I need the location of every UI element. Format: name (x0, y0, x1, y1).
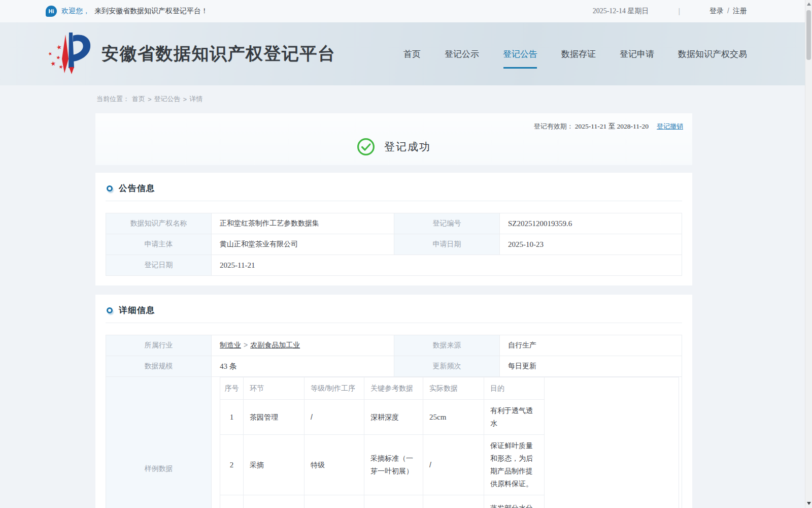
main-nav: 首页 登记公示 登记公告 数据存证 登记申请 数据知识产权交易 (403, 48, 747, 60)
scale-value: 43 条 (212, 356, 394, 377)
reg-date-value: 2025-11-21 (212, 255, 682, 276)
welcome-text: 来到安徽省数据知识产权登记平台！ (94, 7, 208, 16)
section-circle-icon (107, 307, 113, 313)
announcement-table: 数据知识产权名称 正和堂红茶制作工艺参数数据集 登记编号 SZ202512001… (106, 213, 682, 276)
section-circle-icon (107, 185, 113, 192)
source-label: 数据来源 (394, 335, 500, 356)
svg-text:★: ★ (56, 43, 62, 51)
success-status-text: 登记成功 (384, 140, 431, 154)
nav-data-certification[interactable]: 数据存证 (561, 48, 596, 60)
scrollbar-thumb[interactable] (806, 10, 811, 60)
svg-text:★: ★ (58, 64, 64, 70)
sample-data-cell: 序号 环节 等级/制作工序 关键参考数据 实际数据 目的 1 茶园管理 / 深耕… (212, 377, 682, 508)
vertical-scrollbar[interactable] (805, 0, 812, 508)
breadcrumb-sep: > (148, 96, 152, 103)
site-header: ★ ★ ★ ★ ★ 安徽省数据知识产权登记平台 首页 登记公示 登记公告 数据存… (0, 22, 812, 85)
table-row: 数据知识产权名称 正和堂红茶制作工艺参数数据集 登记编号 SZ202512001… (106, 213, 682, 234)
detail-card: 详细信息 所属行业 制造业>农副食品加工业 数据来源 自行生产 数据规模 43 … (95, 295, 692, 508)
reg-no-value: SZ2025120019359.6 (500, 213, 682, 234)
reg-no-label: 登记编号 (394, 213, 500, 234)
breadcrumb-home[interactable]: 首页 (132, 94, 145, 104)
source-value: 自行生产 (500, 335, 682, 356)
table-row: 登记日期 2025-11-21 (106, 255, 682, 276)
breadcrumb-current: 详情 (189, 94, 202, 104)
nav-registration-apply[interactable]: 登记申请 (620, 48, 654, 60)
industry-value: 制造业>农副食品加工业 (212, 335, 394, 356)
col-empty (545, 377, 679, 508)
validity-value: 2025-11-21 至 2028-11-20 (575, 122, 649, 131)
login-link[interactable]: 登录 (709, 7, 724, 16)
apply-date-label: 申请日期 (394, 234, 500, 255)
table-row: 数据规模 43 条 更新频次 每日更新 (106, 356, 682, 377)
announcement-card: 公告信息 数据知识产权名称 正和堂红茶制作工艺参数数据集 登记编号 SZ2025… (95, 173, 692, 285)
frequency-value: 每日更新 (500, 356, 682, 377)
breadcrumb-sep2: > (183, 96, 187, 103)
detail-table: 所属行业 制造业>农副食品加工业 数据来源 自行生产 数据规模 43 条 更新频… (106, 335, 682, 508)
validity-label: 登记有效期： (534, 122, 573, 131)
col-seq: 序号 (220, 377, 244, 400)
table-row: 样例数据 序号 环节 等级/制作工序 关键参考数据 实际数据 目的 (106, 377, 682, 508)
topbar-divider: | (678, 7, 680, 15)
breadcrumb: 当前位置： 首页 > 登记公告 > 详情 (96, 94, 812, 104)
platform-logo-icon: ★ ★ ★ ★ ★ (45, 30, 93, 77)
sample-data-table: 序号 环节 等级/制作工序 关键参考数据 实际数据 目的 1 茶园管理 / 深耕… (220, 377, 679, 508)
svg-text:★: ★ (56, 54, 61, 60)
applicant-value: 黄山正和堂茶业有限公司 (212, 234, 394, 255)
apply-date-value: 2025-10-23 (500, 234, 682, 255)
industry-level1-link[interactable]: 制造业 (220, 341, 241, 349)
auth-separator: / (727, 7, 729, 16)
col-grade: 等级/制作工序 (304, 377, 364, 400)
svg-text:★: ★ (50, 60, 56, 68)
nav-registration-publicity[interactable]: 登记公示 (445, 48, 479, 60)
industry-separator: > (244, 341, 248, 349)
nav-home[interactable]: 首页 (403, 48, 421, 60)
sample-header-row: 序号 环节 等级/制作工序 关键参考数据 实际数据 目的 (220, 377, 679, 400)
announcement-section-title: 公告信息 (119, 183, 155, 194)
table-row: 申请主体 黄山正和堂茶业有限公司 申请日期 2025-10-23 (106, 234, 682, 255)
frequency-label: 更新频次 (394, 356, 500, 377)
revoke-registration-link[interactable]: 登记撤销 (657, 122, 683, 131)
scroll-up-arrow-icon[interactable] (807, 3, 811, 6)
applicant-label: 申请主体 (106, 234, 212, 255)
col-key-ref: 关键参考数据 (364, 377, 423, 400)
breadcrumb-section[interactable]: 登记公告 (154, 94, 181, 104)
name-label: 数据知识产权名称 (106, 213, 212, 234)
col-stage: 环节 (244, 377, 304, 400)
success-check-icon (357, 138, 375, 156)
industry-level2-link[interactable]: 农副食品加工业 (250, 341, 300, 349)
welcome-highlight: 欢迎您， (61, 7, 90, 16)
scroll-down-arrow-icon[interactable] (807, 502, 811, 505)
col-actual: 实际数据 (423, 377, 484, 400)
reg-date-label: 登记日期 (106, 255, 212, 276)
breadcrumb-label: 当前位置： (96, 94, 129, 104)
register-link[interactable]: 注册 (733, 7, 747, 16)
nav-registration-announcement[interactable]: 登记公告 (503, 48, 537, 60)
site-title: 安徽省数据知识产权登记平台 (101, 42, 336, 66)
hi-badge-icon: Hi (46, 6, 57, 17)
topbar: Hi 欢迎您， 来到安徽省数据知识产权登记平台！ 2025-12-14 星期日 … (0, 0, 812, 22)
success-card: 登记有效期： 2025-11-21 至 2028-11-20 登记撤销 登记成功 (95, 113, 692, 165)
nav-data-ip-trade[interactable]: 数据知识产权交易 (678, 48, 747, 60)
sample-data-label: 样例数据 (106, 377, 212, 508)
name-value: 正和堂红茶制作工艺参数数据集 (212, 213, 394, 234)
col-purpose: 目的 (484, 377, 545, 400)
table-row: 所属行业 制造业>农副食品加工业 数据来源 自行生产 (106, 335, 682, 356)
current-date: 2025-12-14 星期日 (593, 7, 649, 16)
detail-section-title: 详细信息 (119, 305, 155, 316)
svg-text:★: ★ (47, 51, 53, 57)
scale-label: 数据规模 (106, 356, 212, 377)
industry-label: 所属行业 (106, 335, 212, 356)
